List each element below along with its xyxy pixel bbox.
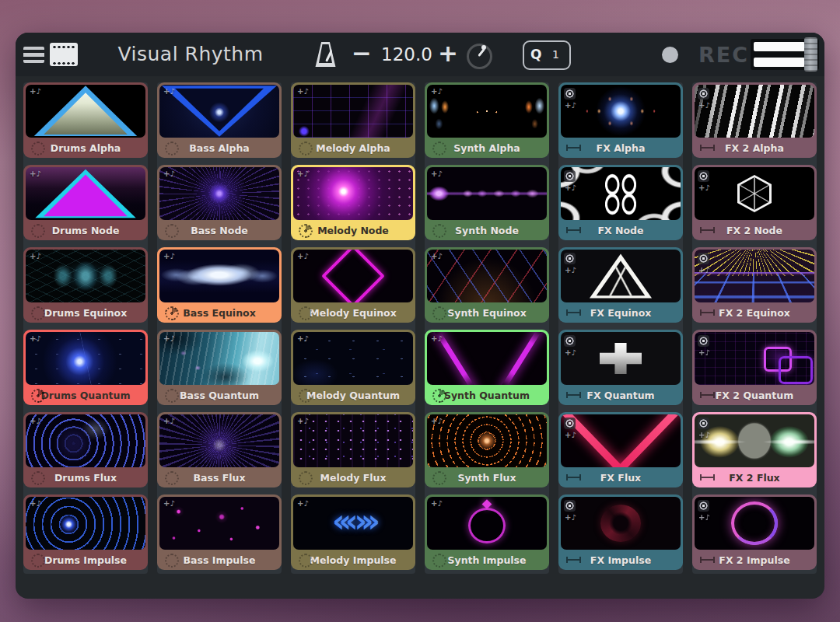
- clip-thumbnail[interactable]: +♪: [561, 414, 681, 467]
- clip-thumbnail[interactable]: +♪: [427, 332, 547, 385]
- clip-cell-bass-quantum[interactable]: +♪ Bass Quantum: [157, 330, 282, 405]
- add-note-icon[interactable]: +♪: [30, 417, 41, 425]
- loop-mode-icon[interactable]: [299, 389, 313, 403]
- clip-thumbnail[interactable]: +♪: [427, 497, 547, 550]
- clip-thumbnail[interactable]: +♪: [293, 167, 413, 220]
- clip-cell-melody-quantum[interactable]: +♪ Melody Quantum: [291, 330, 415, 405]
- fx-lens-icon[interactable]: [698, 335, 709, 347]
- add-note-icon[interactable]: +♪: [297, 252, 309, 260]
- clip-cell-bass-impulse[interactable]: +♪ Bass Impulse: [157, 494, 282, 570]
- clip-cell-fx2-quantum[interactable]: +♪ FX 2 Quantum: [692, 330, 817, 405]
- fx-lens-icon[interactable]: [564, 253, 576, 264]
- add-note-icon[interactable]: +♪: [30, 87, 41, 96]
- clip-cell-melody-node[interactable]: +♪ Melody Node: [291, 165, 415, 240]
- loop-mode-icon[interactable]: [165, 389, 179, 403]
- fx-lens-icon[interactable]: [564, 418, 576, 429]
- clip-cell-fx-impulse[interactable]: +♪ FX Impulse: [558, 494, 683, 570]
- one-shot-icon[interactable]: [700, 392, 715, 398]
- add-note-icon[interactable]: +♪: [431, 334, 443, 343]
- one-shot-icon[interactable]: [566, 392, 581, 398]
- fx-lens-icon[interactable]: [564, 170, 576, 182]
- add-note-icon[interactable]: +♪: [565, 513, 576, 522]
- clip-cell-melody-flux[interactable]: +♪ Melody Flux: [291, 412, 415, 487]
- clip-cell-drums-quantum[interactable]: +♪ Drums Quantum: [23, 330, 148, 405]
- clip-thumbnail[interactable]: +♪: [695, 497, 814, 550]
- clip-cell-fx2-equinox[interactable]: +♪ FX 2 Equinox: [692, 247, 817, 323]
- clip-cell-drums-equinox[interactable]: +♪ Drums Equinox: [23, 247, 148, 323]
- clip-thumbnail[interactable]: +♪: [159, 167, 279, 220]
- add-note-icon[interactable]: +♪: [698, 431, 710, 439]
- add-note-icon[interactable]: +♪: [431, 169, 443, 178]
- clip-thumbnail[interactable]: +♪: [293, 497, 413, 550]
- fx-lens-icon[interactable]: [698, 253, 709, 264]
- clip-cell-drums-alpha[interactable]: +♪ Drums Alpha: [23, 82, 148, 158]
- fx-lens-icon[interactable]: [698, 170, 709, 182]
- clip-thumbnail[interactable]: +♪: [159, 414, 279, 467]
- clip-thumbnail[interactable]: +♪: [159, 250, 279, 302]
- fx-lens-icon[interactable]: [564, 88, 576, 100]
- loop-mode-icon[interactable]: [165, 142, 179, 156]
- tap-tempo-dial-icon[interactable]: [467, 44, 492, 69]
- fader-track-top[interactable]: [754, 42, 805, 51]
- add-note-icon[interactable]: +♪: [30, 334, 41, 343]
- clip-thumbnail[interactable]: +♪: [293, 85, 413, 138]
- clip-thumbnail[interactable]: +♪: [427, 414, 547, 467]
- clip-cell-synth-equinox[interactable]: +♪ Synth Equinox: [425, 247, 549, 323]
- one-shot-icon[interactable]: [566, 474, 581, 480]
- add-note-icon[interactable]: +♪: [297, 417, 309, 425]
- menu-icon[interactable]: [23, 47, 44, 63]
- clip-cell-fx-flux[interactable]: +♪ FX Flux: [558, 412, 683, 487]
- clip-thumbnail[interactable]: +♪: [26, 332, 145, 385]
- loop-mode-icon[interactable]: [432, 306, 446, 320]
- fx-lens-icon[interactable]: [698, 500, 709, 512]
- clip-cell-drums-node[interactable]: +♪ Drums Node: [23, 165, 148, 240]
- one-shot-icon[interactable]: [566, 557, 581, 563]
- add-note-icon[interactable]: +♪: [30, 499, 41, 508]
- clip-cell-fx-equinox[interactable]: +♪ FX Equinox: [558, 247, 683, 323]
- add-note-icon[interactable]: +♪: [431, 417, 443, 425]
- clip-thumbnail[interactable]: +♪: [26, 414, 145, 467]
- playing-clock-icon[interactable]: [31, 389, 45, 403]
- clip-thumbnail[interactable]: +♪: [695, 250, 814, 302]
- add-note-icon[interactable]: +♪: [30, 252, 41, 260]
- fader-track-bottom[interactable]: [754, 58, 805, 67]
- filmstrip-icon[interactable]: [50, 43, 78, 66]
- fx-lens-icon[interactable]: [698, 88, 709, 100]
- clip-cell-synth-flux[interactable]: +♪ Synth Flux: [425, 412, 549, 487]
- loop-mode-icon[interactable]: [31, 554, 45, 568]
- add-note-icon[interactable]: +♪: [698, 266, 710, 274]
- loop-mode-icon[interactable]: [299, 142, 313, 156]
- playing-clock-icon[interactable]: [299, 224, 313, 238]
- clip-cell-fx-quantum[interactable]: +♪ FX Quantum: [558, 330, 683, 405]
- loop-mode-icon[interactable]: [31, 306, 45, 320]
- add-note-icon[interactable]: +♪: [431, 499, 443, 508]
- quantize-control[interactable]: Q 1: [523, 40, 571, 70]
- loop-mode-icon[interactable]: [31, 224, 45, 238]
- clip-cell-fx-alpha[interactable]: +♪ FX Alpha: [558, 82, 683, 158]
- loop-mode-icon[interactable]: [31, 142, 45, 156]
- loop-mode-icon[interactable]: [432, 142, 446, 156]
- clip-thumbnail[interactable]: +♪: [26, 497, 145, 550]
- tempo-value[interactable]: 120.0: [373, 44, 440, 65]
- clip-cell-fx-node[interactable]: +♪ FX Node: [558, 165, 683, 240]
- one-shot-icon[interactable]: [566, 145, 581, 151]
- clip-cell-bass-node[interactable]: +♪ Bass Node: [157, 165, 282, 240]
- add-note-icon[interactable]: +♪: [698, 348, 710, 357]
- loop-mode-icon[interactable]: [299, 554, 313, 568]
- add-note-icon[interactable]: +♪: [163, 417, 175, 425]
- clip-cell-fx2-flux[interactable]: +♪ FX 2 Flux: [692, 412, 817, 487]
- add-note-icon[interactable]: +♪: [30, 169, 41, 178]
- add-note-icon[interactable]: +♪: [565, 183, 576, 192]
- record-indicator[interactable]: [662, 47, 678, 63]
- clip-thumbnail[interactable]: +♪: [695, 167, 814, 220]
- add-note-icon[interactable]: +♪: [163, 252, 175, 260]
- one-shot-icon[interactable]: [566, 227, 581, 233]
- add-note-icon[interactable]: +♪: [297, 334, 309, 343]
- clip-cell-synth-node[interactable]: +♪ Synth Node: [425, 165, 549, 240]
- loop-mode-icon[interactable]: [432, 224, 446, 238]
- one-shot-icon[interactable]: [700, 557, 715, 563]
- add-note-icon[interactable]: +♪: [565, 431, 576, 439]
- clip-thumbnail[interactable]: +♪: [293, 332, 413, 385]
- clip-thumbnail[interactable]: +♪: [427, 85, 547, 138]
- one-shot-icon[interactable]: [700, 474, 715, 480]
